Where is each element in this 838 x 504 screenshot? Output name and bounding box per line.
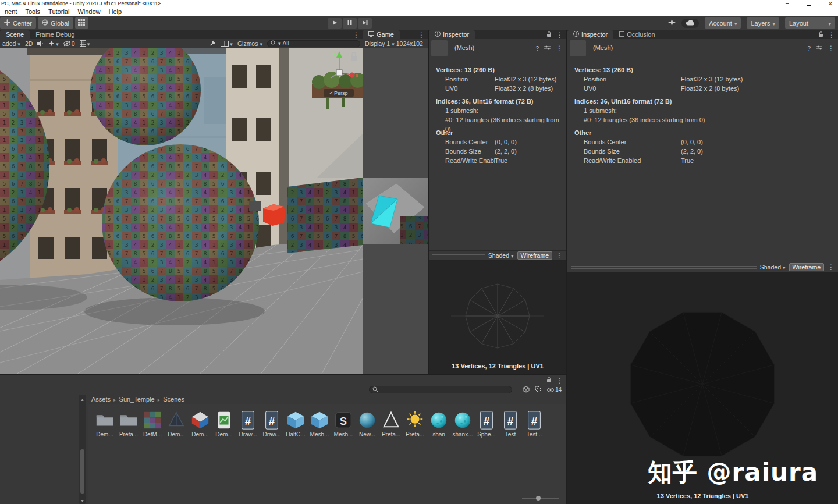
asset-tile[interactable]: New... [356,410,379,438]
scene-canvas[interactable]: 1234567812345678 [0,48,363,374]
slider-knob[interactable] [536,496,541,501]
menu-item-help[interactable]: Help [105,7,126,16]
scene-viewport[interactable]: 1234567812345678 [0,48,363,374]
tab-scene[interactable]: Scene [0,30,30,39]
kebab-menu-icon[interactable] [556,44,563,52]
camera-view-dropdown[interactable] [221,40,233,47]
grid-snap-button[interactable] [75,17,88,29]
scene-search-input[interactable]: All [267,40,360,47]
pivot-global-button[interactable]: Global [38,17,73,29]
asset-tile[interactable]: #Draw... [236,410,260,438]
panel-divider[interactable] [428,30,429,374]
sparkle-icon[interactable] [668,19,676,27]
tab-inspector[interactable]: Inspector [429,30,475,39]
kebab-menu-icon[interactable] [828,263,835,271]
package-icon[interactable] [523,386,530,394]
asset-tile[interactable]: Mesh... [308,410,331,438]
minimize-button[interactable] [786,0,789,7]
kebab-menu-icon[interactable] [353,31,360,39]
close-button[interactable] [829,0,832,8]
asset-tile[interactable]: SMesh... [332,410,355,438]
grid-visibility-dropdown[interactable] [80,40,90,47]
effects-dropdown-icon[interactable] [48,40,59,47]
lock-icon[interactable] [546,377,552,384]
uv-sphere-center[interactable] [102,144,259,301]
hidden-count-eye-icon[interactable]: 14 [547,386,562,393]
kebab-menu-icon[interactable] [418,31,425,39]
display-dropdown[interactable]: Display 1 [365,40,390,47]
preview-shaded-dropdown[interactable]: Shaded [760,264,786,271]
asset-tile[interactable]: #Test [499,410,522,438]
layout-dropdown[interactable]: Layout [785,17,835,29]
persp-label[interactable]: < Persp [329,90,347,96]
presets-icon[interactable] [816,45,822,52]
asset-tile[interactable]: Prefa... [117,410,140,438]
kebab-menu-icon[interactable] [828,44,835,52]
wireframe-toggle-button[interactable]: Wireframe [789,263,824,271]
preview-shaded-dropdown[interactable]: Shaded [488,252,514,259]
pause-button[interactable] [343,18,357,29]
play-button[interactable] [328,18,342,29]
tools-icon[interactable] [209,40,216,47]
pivot-center-button[interactable]: Center [0,17,36,29]
panel-divider[interactable] [566,30,567,504]
account-dropdown[interactable]: Account [705,17,741,29]
help-icon[interactable] [807,45,811,52]
asset-tile[interactable]: #Draw... [260,410,283,438]
tab-inspector[interactable]: Inspector [567,30,613,39]
preview-resize-handle[interactable] [432,254,485,257]
asset-tile[interactable]: shanx... [451,410,474,438]
asset-tile[interactable]: Prefa... [403,410,427,438]
menu-item-tools[interactable]: Tools [21,7,44,16]
asset-tile[interactable]: Dem... [165,410,188,438]
icon-size-slider[interactable] [522,495,559,501]
asset-tile[interactable]: HalfC... [284,410,307,438]
wireframe-toggle-button[interactable]: Wireframe [517,251,552,260]
scroll-down-icon[interactable] [80,496,84,503]
asset-tile[interactable]: #Test... [523,410,546,438]
asset-tile[interactable]: DefM... [141,410,164,438]
kebab-menu-icon[interactable] [556,251,563,260]
menu-item-nent[interactable]: nent [1,7,21,16]
menu-item-window[interactable]: Window [73,7,104,16]
asset-tile[interactable]: shan [427,410,450,438]
2d-toggle-button[interactable]: 2D [25,40,33,47]
scroll-up-icon[interactable] [80,395,84,402]
project-folder-tree[interactable] [0,395,87,504]
asset-tile[interactable]: Dem... [93,410,116,438]
tab-occlusion[interactable]: Occlusion [613,30,661,39]
presets-icon[interactable] [544,45,551,52]
asset-tile[interactable]: #Sphe... [475,410,498,438]
label-icon[interactable] [535,386,542,394]
project-tree-scrollbar[interactable] [79,395,86,504]
mesh-preview-viewport[interactable] [363,178,428,244]
audio-toggle-icon[interactable] [37,41,44,47]
uv-wireframe-preview[interactable] [429,261,566,374]
gizmos-dropdown[interactable]: Gizmos [237,40,262,47]
tab-frame-debug[interactable]: Frame Debug [30,30,80,39]
step-button[interactable] [358,18,372,29]
maximize-button[interactable] [807,2,811,6]
resolution-dropdown[interactable]: 1024x102 [396,40,423,47]
tab-game[interactable]: Game [363,30,400,39]
lock-icon[interactable] [818,31,823,38]
mesh-preview-area[interactable]: 13 Vertices, 12 Triangles | UV1 [429,261,566,374]
layers-dropdown[interactable]: Layers [747,17,779,29]
menu-item-tutorial[interactable]: Tutorial [44,7,73,16]
cloud-button[interactable] [681,19,699,28]
breadcrumb-sun-temple[interactable]: Sun_Temple [119,396,164,403]
project-search-input[interactable] [369,386,512,393]
panel-divider[interactable] [0,374,566,375]
preview-resize-handle[interactable] [571,266,757,269]
mesh-preview-area[interactable]: 13 Vertices, 12 Triangles | UV1 知乎 @raiu… [567,272,838,504]
shading-mode-dropdown[interactable]: aded [2,40,20,47]
asset-tile[interactable]: Dem... [212,410,236,438]
uv-quad[interactable] [287,178,363,253]
asset-tile[interactable]: Prefa... [379,410,403,438]
asset-tile[interactable]: Dem... [189,410,212,438]
hidden-objects-toggle[interactable]: 0 [63,40,75,47]
red-cube[interactable] [263,204,285,226]
help-icon[interactable] [535,45,539,52]
lock-icon[interactable] [546,31,552,38]
kebab-menu-icon[interactable] [556,377,563,385]
